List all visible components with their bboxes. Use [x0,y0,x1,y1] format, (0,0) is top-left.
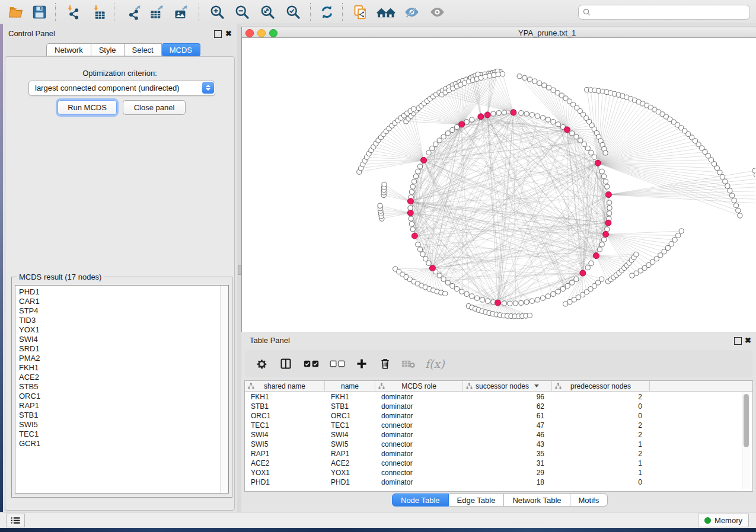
network-node[interactable] [578,138,583,143]
network-node[interactable] [378,203,382,208]
mcds-dominator-node[interactable] [605,192,611,198]
mcds-result-list[interactable]: PHD1CAR1STP4TID3YOX1SWI4SRD1PMA2FKH1ACE2… [15,285,229,493]
hide-selected-icon[interactable] [403,3,420,21]
mcds-result-item[interactable]: ACE2 [15,373,228,382]
network-node[interactable] [508,301,512,306]
mcds-result-item[interactable]: PMA2 [15,354,228,363]
mcds-dominator-node[interactable] [478,114,484,120]
tab-network-table[interactable]: Network Table [504,493,570,507]
network-node[interactable] [676,233,681,238]
network-node[interactable] [524,111,529,116]
network-node[interactable] [500,72,505,76]
mcds-result-item[interactable]: CAR1 [15,297,228,306]
mcds-result-item[interactable]: PHD1 [15,286,228,297]
network-node[interactable] [574,277,579,281]
scrollbar-thumb[interactable] [744,394,749,447]
import-network-icon[interactable] [64,3,82,21]
network-node[interactable] [607,206,612,210]
network-node[interactable] [570,131,575,136]
mcds-result-item[interactable]: YOX1 [15,325,228,335]
network-node[interactable] [565,283,570,288]
network-node[interactable] [445,131,450,136]
window-zoom-icon[interactable] [269,29,277,37]
network-node[interactable] [728,188,732,193]
list-scrollbar[interactable] [220,286,228,493]
tab-network[interactable]: Network [46,43,91,56]
tab-mcds[interactable]: MCDS [162,43,200,56]
mcds-result-item[interactable]: TID3 [15,316,228,325]
network-node[interactable] [717,170,722,175]
network-node[interactable] [589,150,594,155]
zoom-out-icon[interactable] [233,3,251,21]
mcds-result-item[interactable]: STP4 [15,306,228,316]
network-node[interactable] [603,150,608,155]
network-node[interactable] [556,122,560,127]
network-node[interactable] [410,227,415,232]
network-node[interactable] [409,190,414,194]
export-image-icon[interactable] [171,3,189,21]
network-node[interactable] [412,107,416,111]
network-node[interactable] [529,113,534,117]
network-node[interactable] [443,291,448,296]
window-close-icon[interactable] [245,29,254,37]
network-node[interactable] [720,175,725,180]
network-node[interactable] [418,247,423,252]
table-row[interactable]: SWI4SWI4dominator462 [245,430,752,440]
column-header-name[interactable]: name [325,381,375,391]
network-node[interactable] [570,280,575,285]
zoom-in-icon[interactable] [208,3,226,21]
mcds-result-item[interactable]: GCR1 [15,439,228,448]
network-node[interactable] [607,211,612,216]
float-table-panel-icon[interactable] [734,337,742,345]
network-node[interactable] [738,213,742,218]
network-node[interactable] [470,294,474,299]
network-node[interactable] [723,179,728,184]
network-node[interactable] [464,291,469,296]
network-node[interactable] [535,114,540,118]
table-row[interactable]: RAP1RAP1dominator352 [245,449,752,459]
network-window-titlebar[interactable]: YPA_prune.txt_1 [242,27,756,38]
mcds-dominator-node[interactable] [564,127,570,133]
network-node[interactable] [487,73,492,78]
memory-button[interactable]: Memory [698,514,749,527]
network-node[interactable] [524,300,529,305]
network-node[interactable] [433,142,438,146]
network-node[interactable] [519,300,524,305]
network-node[interactable] [470,117,474,122]
window-minimize-icon[interactable] [257,29,266,37]
close-panel-icon[interactable]: ✖ [225,30,232,37]
network-node[interactable] [585,265,590,270]
network-node[interactable] [430,146,435,150]
network-node[interactable] [455,287,460,291]
tab-style[interactable]: Style [91,43,125,56]
network-node[interactable] [409,222,414,226]
column-header-predecessor-nodes[interactable]: predecessor nodes [552,381,650,391]
network-node[interactable] [513,301,518,306]
network-node[interactable] [592,155,596,159]
first-neighbors-icon[interactable] [375,3,397,21]
mcds-result-item[interactable]: FKH1 [15,363,228,373]
tab-motifs[interactable]: Motifs [570,493,608,507]
search-field[interactable] [578,5,750,20]
add-column-icon[interactable] [356,355,368,373]
network-node[interactable] [460,289,464,294]
network-node[interactable] [556,289,560,294]
network-node[interactable] [542,83,547,88]
optimization-criterion-select[interactable]: largest connected component (undirected) [28,81,215,96]
network-node[interactable] [441,134,446,139]
network-node[interactable] [709,158,713,162]
network-node[interactable] [527,313,532,318]
network-node[interactable] [551,120,556,124]
open-file-icon[interactable] [7,3,24,21]
network-node[interactable] [445,280,450,285]
network-node[interactable] [413,174,418,179]
network-node[interactable] [519,111,524,116]
mcds-dominator-node[interactable] [495,300,501,306]
network-node[interactable] [732,198,736,203]
network-node[interactable] [502,110,507,115]
refresh-icon[interactable] [318,3,336,21]
mcds-result-item[interactable]: TEC1 [15,430,228,439]
network-node[interactable] [410,184,415,189]
network-node[interactable] [560,287,565,291]
mcds-dominator-node[interactable] [421,157,427,163]
